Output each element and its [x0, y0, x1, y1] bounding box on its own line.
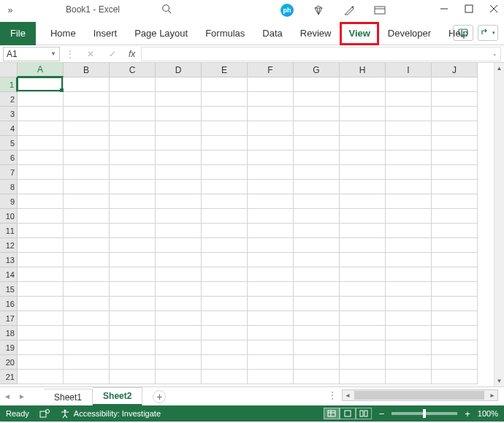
name-box[interactable]: A1 ▼ — [3, 47, 60, 61]
cell[interactable] — [294, 253, 340, 267]
tab-insert[interactable]: Insert — [85, 22, 126, 45]
cell[interactable] — [110, 136, 156, 150]
close-icon[interactable] — [488, 3, 500, 15]
scroll-down-icon[interactable]: ▼ — [497, 376, 503, 386]
cell[interactable] — [156, 311, 202, 326]
cell[interactable] — [294, 150, 340, 165]
cell[interactable] — [294, 326, 340, 340]
cell[interactable] — [340, 77, 386, 92]
row-header[interactable]: 16 — [0, 297, 18, 311]
cell[interactable] — [18, 355, 64, 370]
cell[interactable] — [386, 340, 432, 355]
diamond-icon[interactable] — [313, 4, 324, 16]
cell[interactable] — [248, 238, 294, 253]
cell[interactable] — [340, 326, 386, 340]
cell[interactable] — [294, 224, 340, 238]
cell[interactable] — [340, 165, 386, 180]
cell[interactable] — [340, 253, 386, 267]
cell[interactable] — [156, 92, 202, 107]
row-header[interactable]: 2 — [0, 92, 18, 107]
cell[interactable] — [110, 150, 156, 165]
scroll-left-icon[interactable]: ◄ — [343, 392, 353, 399]
cell[interactable] — [432, 107, 478, 121]
cell[interactable] — [156, 180, 202, 194]
cell[interactable] — [18, 121, 64, 136]
cell[interactable] — [18, 253, 64, 267]
view-page-layout-icon[interactable] — [340, 408, 356, 419]
cell[interactable] — [248, 194, 294, 209]
cell[interactable] — [156, 136, 202, 150]
cell[interactable] — [202, 326, 248, 340]
cell[interactable] — [18, 92, 64, 107]
cell[interactable] — [248, 282, 294, 297]
cell[interactable] — [110, 77, 156, 92]
cell[interactable] — [340, 224, 386, 238]
cell[interactable] — [202, 92, 248, 107]
cell[interactable] — [156, 253, 202, 267]
row-header[interactable]: 13 — [0, 253, 18, 267]
cell[interactable] — [64, 92, 110, 107]
cell[interactable] — [340, 209, 386, 224]
cell[interactable] — [248, 107, 294, 121]
cell[interactable] — [386, 165, 432, 180]
cell[interactable] — [64, 238, 110, 253]
share-button[interactable]: ▾ — [478, 25, 498, 41]
cell[interactable] — [432, 150, 478, 165]
comments-button[interactable] — [453, 25, 473, 41]
accessibility-status[interactable]: Accessibility: Investigate — [60, 408, 161, 419]
cell[interactable] — [64, 150, 110, 165]
column-header[interactable]: G — [294, 63, 340, 77]
tab-home[interactable]: Home — [42, 22, 85, 45]
cell[interactable] — [432, 121, 478, 136]
cell[interactable] — [64, 180, 110, 194]
row-header[interactable]: 3 — [0, 107, 18, 121]
cells-area[interactable] — [18, 77, 494, 386]
cell[interactable] — [340, 311, 386, 326]
cell[interactable] — [248, 121, 294, 136]
cell[interactable] — [340, 136, 386, 150]
sheet-tab-sheet1[interactable]: Sheet1 — [44, 389, 93, 406]
cell[interactable] — [64, 282, 110, 297]
cell[interactable] — [202, 224, 248, 238]
cell[interactable] — [294, 194, 340, 209]
cell[interactable] — [64, 121, 110, 136]
zoom-in-button[interactable]: + — [465, 408, 470, 419]
tab-view[interactable]: View — [340, 22, 378, 45]
horizontal-scroll-thumb[interactable] — [354, 391, 484, 400]
horizontal-scrollbar[interactable]: ◄ ► — [342, 389, 498, 401]
cell[interactable] — [432, 209, 478, 224]
maximize-icon[interactable] — [463, 3, 475, 15]
cell[interactable] — [18, 194, 64, 209]
cell[interactable] — [294, 165, 340, 180]
cell[interactable] — [432, 311, 478, 326]
row-header[interactable]: 10 — [0, 209, 18, 224]
cell[interactable] — [432, 136, 478, 150]
zoom-slider[interactable] — [392, 412, 457, 415]
cell[interactable] — [340, 150, 386, 165]
cell[interactable] — [386, 92, 432, 107]
cell[interactable] — [64, 77, 110, 92]
cell[interactable] — [156, 297, 202, 311]
cell[interactable] — [156, 150, 202, 165]
row-header[interactable]: 11 — [0, 224, 18, 238]
cell[interactable] — [110, 180, 156, 194]
cell[interactable] — [202, 136, 248, 150]
cell[interactable] — [386, 209, 432, 224]
column-header[interactable]: I — [386, 63, 432, 77]
cell[interactable] — [110, 370, 156, 384]
cell[interactable] — [18, 326, 64, 340]
name-box-dropdown-icon[interactable]: ▼ — [50, 50, 56, 57]
cell[interactable] — [156, 194, 202, 209]
tab-file[interactable]: File — [0, 22, 36, 45]
cell[interactable] — [156, 370, 202, 384]
cell[interactable] — [294, 238, 340, 253]
cell[interactable] — [386, 238, 432, 253]
cell[interactable] — [294, 136, 340, 150]
scroll-up-icon[interactable]: ▲ — [497, 63, 503, 74]
cell[interactable] — [156, 121, 202, 136]
formula-bar-expand-icon[interactable]: ⌄ — [492, 50, 497, 57]
cell[interactable] — [156, 282, 202, 297]
cell[interactable] — [294, 311, 340, 326]
cell[interactable] — [110, 355, 156, 370]
cell[interactable] — [156, 340, 202, 355]
